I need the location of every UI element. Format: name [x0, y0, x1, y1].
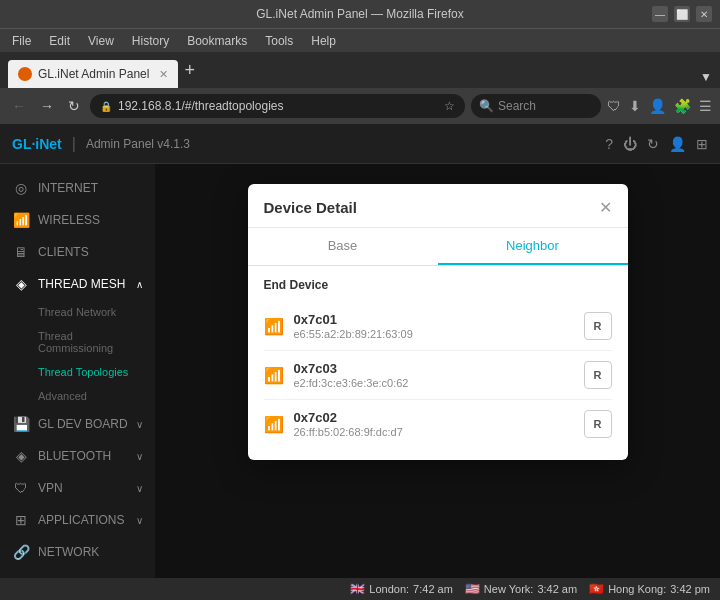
settings-icon[interactable]: ⊞ — [696, 136, 708, 152]
browser-title: GL.iNet Admin Panel — Mozilla Firefox — [256, 7, 463, 21]
tab-bar: GL.iNet Admin Panel ✕ + ▼ — [0, 52, 720, 88]
address-input[interactable]: 🔒 192.168.8.1/#/threadtopologies ☆ — [90, 94, 465, 118]
device-info-3: 0x7c02 26:ff:b5:02:68:9f:dc:d7 — [294, 410, 574, 438]
new-tab-button[interactable]: + — [184, 60, 195, 81]
help-icon[interactable]: ? — [605, 136, 613, 152]
sidebar-subitem-thread-network[interactable]: Thread Network — [0, 300, 155, 324]
london-time: 7:42 am — [413, 583, 453, 595]
maximize-button[interactable]: ⬜ — [674, 6, 690, 22]
browser-titlebar: GL.iNet Admin Panel — Mozilla Firefox — … — [0, 0, 720, 28]
sidebar-item-internet[interactable]: ◎ INTERNET — [0, 172, 155, 204]
status-bar: 🇬🇧 London: 7:42 am 🇺🇸 New York: 3:42 am … — [0, 578, 720, 600]
gl-dev-board-arrow-icon: ∨ — [136, 419, 143, 430]
device-row: 📶 0x7c03 e2:fd:3c:e3:6e:3e:c0:62 R — [264, 351, 612, 400]
device-mac-1: e6:55:a2:2b:89:21:63:09 — [294, 328, 574, 340]
sidebar-subitem-thread-topologies[interactable]: Thread Topologies — [0, 360, 155, 384]
reload-button[interactable]: ↻ — [64, 96, 84, 116]
wireless-icon: 📶 — [12, 212, 30, 228]
vpn-icon: 🛡 — [12, 480, 30, 496]
bookmark-star-icon[interactable]: ☆ — [444, 99, 455, 113]
shield-icon: 🛡 — [607, 98, 621, 114]
browser-tab[interactable]: GL.iNet Admin Panel ✕ — [8, 60, 178, 88]
gl-dev-board-icon: 💾 — [12, 416, 30, 432]
device-r-button-3[interactable]: R — [584, 410, 612, 438]
sidebar-item-thread-mesh[interactable]: ◈ THREAD MESH ∧ — [0, 268, 155, 300]
app-subtitle: Admin Panel v4.1.3 — [86, 137, 190, 151]
search-placeholder: Search — [498, 99, 536, 113]
power-icon[interactable]: ⏻ — [623, 136, 637, 152]
minimize-button[interactable]: — — [652, 6, 668, 22]
wifi-icon-1: 📶 — [264, 317, 284, 336]
sidebar-item-applications[interactable]: ⊞ APPLICATIONS ∨ — [0, 504, 155, 536]
sidebar-item-thread-mesh-label: THREAD MESH — [38, 277, 125, 291]
tab-bar-end: ▼ — [195, 70, 712, 88]
menu-view[interactable]: View — [80, 32, 122, 50]
address-bar: ← → ↻ 🔒 192.168.8.1/#/threadtopologies ☆… — [0, 88, 720, 124]
search-box[interactable]: 🔍 Search — [471, 94, 601, 118]
device-r-button-2[interactable]: R — [584, 361, 612, 389]
sidebar-item-wireless[interactable]: 📶 WIRELESS — [0, 204, 155, 236]
user-icon[interactable]: 👤 — [669, 136, 686, 152]
address-text: 192.168.8.1/#/threadtopologies — [118, 99, 283, 113]
device-id-1: 0x7c01 — [294, 312, 574, 327]
device-info-1: 0x7c01 e6:55:a2:2b:89:21:63:09 — [294, 312, 574, 340]
browser-controls: — ⬜ ✕ — [652, 6, 712, 22]
close-button[interactable]: ✕ — [696, 6, 712, 22]
menu-bar: File Edit View History Bookmarks Tools H… — [0, 28, 720, 52]
search-icon: 🔍 — [479, 99, 494, 113]
extensions-icon[interactable]: 🧩 — [674, 98, 691, 114]
sidebar-item-internet-label: INTERNET — [38, 181, 98, 195]
sidebar-subitem-thread-commissioning[interactable]: Thread Commissioning — [0, 324, 155, 360]
sidebar-item-network[interactable]: 🔗 NETWORK — [0, 536, 155, 568]
modal-title: Device Detail — [264, 199, 357, 216]
header-divider: | — [72, 135, 76, 153]
menu-icon[interactable]: ☰ — [699, 98, 712, 114]
applications-arrow-icon: ∨ — [136, 515, 143, 526]
tab-label: GL.iNet Admin Panel — [38, 67, 149, 81]
menu-tools[interactable]: Tools — [257, 32, 301, 50]
app-header: GL·iNet | Admin Panel v4.1.3 ? ⏻ ↻ 👤 ⊞ — [0, 124, 720, 164]
header-icons: ? ⏻ ↻ 👤 ⊞ — [605, 136, 708, 152]
content-area: Device Detail ✕ Base Neighbor End Device — [155, 164, 720, 578]
hk-flag-icon: 🇭🇰 — [589, 582, 604, 596]
device-r-button-1[interactable]: R — [584, 312, 612, 340]
download-icon[interactable]: ⬇ — [629, 98, 641, 114]
status-london: 🇬🇧 London: 7:42 am — [350, 582, 453, 596]
sidebar-subitem-advanced[interactable]: Advanced — [0, 384, 155, 408]
profile-icon[interactable]: 👤 — [649, 98, 666, 114]
bluetooth-arrow-icon: ∨ — [136, 451, 143, 462]
lock-icon: 🔒 — [100, 101, 112, 112]
status-new-york: 🇺🇸 New York: 3:42 am — [465, 582, 577, 596]
modal-close-button[interactable]: ✕ — [599, 198, 612, 217]
wifi-icon-2: 📶 — [264, 366, 284, 385]
device-row: 📶 0x7c02 26:ff:b5:02:68:9f:dc:d7 R — [264, 400, 612, 448]
tab-list-arrow[interactable]: ▼ — [700, 70, 712, 84]
wifi-icon-3: 📶 — [264, 415, 284, 434]
menu-history[interactable]: History — [124, 32, 177, 50]
back-button[interactable]: ← — [8, 96, 30, 116]
sidebar-item-clients[interactable]: 🖥 CLIENTS — [0, 236, 155, 268]
thread-mesh-arrow-icon: ∧ — [136, 279, 143, 290]
forward-button[interactable]: → — [36, 96, 58, 116]
sidebar-item-vpn[interactable]: 🛡 VPN ∨ — [0, 472, 155, 504]
refresh-icon[interactable]: ↻ — [647, 136, 659, 152]
device-detail-modal: Device Detail ✕ Base Neighbor End Device — [248, 184, 628, 460]
menu-bookmarks[interactable]: Bookmarks — [179, 32, 255, 50]
menu-edit[interactable]: Edit — [41, 32, 78, 50]
main-layout: ◎ INTERNET 📶 WIRELESS 🖥 CLIENTS ◈ THREAD… — [0, 164, 720, 578]
london-label: London: — [369, 583, 409, 595]
modal-overlay: Device Detail ✕ Base Neighbor End Device — [155, 164, 720, 578]
menu-help[interactable]: Help — [303, 32, 344, 50]
tab-base[interactable]: Base — [248, 228, 438, 265]
menu-file[interactable]: File — [4, 32, 39, 50]
tab-close-button[interactable]: ✕ — [159, 68, 168, 81]
device-mac-3: 26:ff:b5:02:68:9f:dc:d7 — [294, 426, 574, 438]
vpn-arrow-icon: ∨ — [136, 483, 143, 494]
thread-mesh-icon: ◈ — [12, 276, 30, 292]
network-icon: 🔗 — [12, 544, 30, 560]
new-york-label: New York: — [484, 583, 534, 595]
sidebar-item-gl-dev-board[interactable]: 💾 GL DEV BOARD ∨ — [0, 408, 155, 440]
tab-neighbor[interactable]: Neighbor — [438, 228, 628, 265]
sidebar-item-bluetooth[interactable]: ◈ BLUETOOTH ∨ — [0, 440, 155, 472]
toolbar-icons: 🛡 ⬇ 👤 🧩 ☰ — [607, 98, 712, 114]
